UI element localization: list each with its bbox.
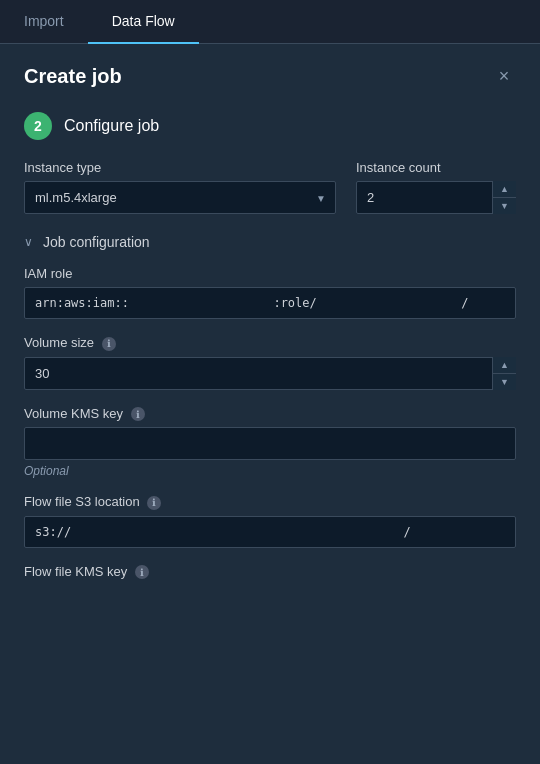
volume-size-group: Volume size ℹ ▲ ▼ [24, 335, 516, 390]
volume-size-down-button[interactable]: ▼ [493, 374, 516, 390]
volume-size-wrapper: ▲ ▼ [24, 357, 516, 390]
tab-import[interactable]: Import [0, 0, 88, 44]
job-config-label: Job configuration [43, 234, 150, 250]
volume-size-spinners: ▲ ▼ [492, 357, 516, 390]
instance-row: Instance type ml.m5.4xlarge ml.m5.xlarge… [24, 160, 516, 214]
flow-kms-info-icon[interactable]: ℹ [135, 565, 149, 579]
iam-role-group: IAM role [24, 266, 516, 319]
step-badge: 2 [24, 112, 52, 140]
volume-kms-input[interactable] [24, 427, 516, 460]
volume-kms-optional-text: Optional [24, 464, 516, 478]
instance-type-label: Instance type [24, 160, 336, 175]
iam-role-input[interactable] [24, 287, 516, 319]
job-config-section: ∨ Job configuration [24, 234, 516, 250]
iam-role-wrapper [24, 287, 516, 319]
instance-count-spinners: ▲ ▼ [492, 181, 516, 214]
instance-count-up-button[interactable]: ▲ [493, 181, 516, 198]
flow-kms-label: Flow file KMS key ℹ [24, 564, 516, 580]
flow-s3-label: Flow file S3 location ℹ [24, 494, 516, 510]
tab-bar: Import Data Flow [0, 0, 540, 44]
tab-data-flow[interactable]: Data Flow [88, 0, 199, 44]
job-config-header[interactable]: ∨ Job configuration [24, 234, 516, 250]
flow-kms-group: Flow file KMS key ℹ [24, 564, 516, 586]
flow-s3-input[interactable] [24, 516, 516, 548]
instance-type-group: Instance type ml.m5.4xlarge ml.m5.xlarge… [24, 160, 336, 214]
flow-s3-info-icon[interactable]: ℹ [147, 496, 161, 510]
volume-size-up-button[interactable]: ▲ [493, 357, 516, 374]
volume-kms-label: Volume KMS key ℹ [24, 406, 516, 422]
instance-count-down-button[interactable]: ▼ [493, 198, 516, 214]
instance-type-select[interactable]: ml.m5.4xlarge ml.m5.xlarge ml.m5.2xlarge… [24, 181, 336, 214]
collapse-arrow-icon: ∨ [24, 235, 33, 249]
volume-kms-info-icon[interactable]: ℹ [131, 407, 145, 421]
instance-count-group: Instance count ▲ ▼ [356, 160, 516, 214]
main-content: Create job × 2 Configure job Instance ty… [0, 44, 540, 764]
flow-s3-group: Flow file S3 location ℹ [24, 494, 516, 548]
volume-kms-group: Volume KMS key ℹ Optional [24, 406, 516, 479]
instance-count-wrapper: ▲ ▼ [356, 181, 516, 214]
volume-size-info-icon[interactable]: ℹ [102, 337, 116, 351]
instance-type-wrapper: ml.m5.4xlarge ml.m5.xlarge ml.m5.2xlarge… [24, 181, 336, 214]
instance-count-label: Instance count [356, 160, 516, 175]
iam-role-label: IAM role [24, 266, 516, 281]
close-button[interactable]: × [492, 64, 516, 88]
volume-size-label: Volume size ℹ [24, 335, 516, 351]
volume-size-input[interactable] [24, 357, 516, 390]
dialog-title: Create job [24, 65, 122, 88]
step-title: Configure job [64, 117, 159, 135]
dialog-header: Create job × [24, 64, 516, 88]
step-section: 2 Configure job [24, 112, 516, 140]
